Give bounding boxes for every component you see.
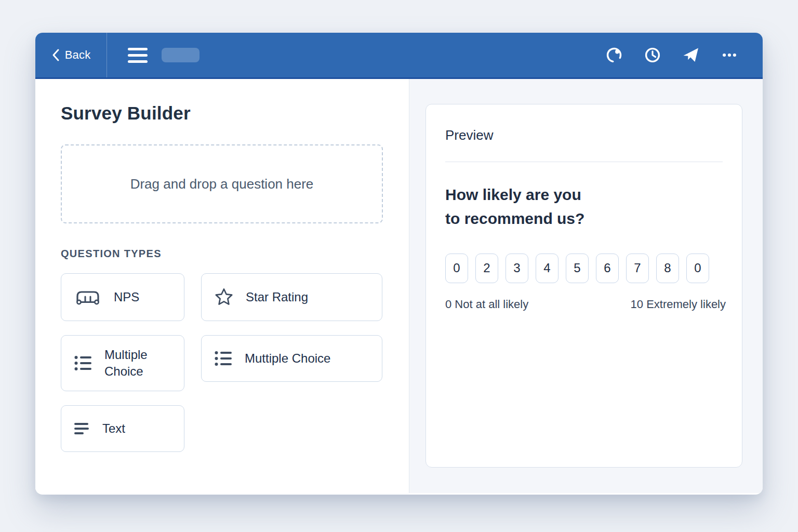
text-lines-icon bbox=[73, 421, 91, 436]
question-type-label: Text bbox=[102, 420, 125, 437]
question-type-label: Multiple Choice bbox=[104, 347, 174, 380]
question-type-label: Star Rating bbox=[246, 289, 308, 305]
question-types-heading: QUESTION TYPES bbox=[61, 248, 409, 260]
preview-card: Preview How likely are you to recommend … bbox=[425, 104, 742, 468]
preview-divider bbox=[445, 162, 723, 162]
question-type-row: NPS Star Rating bbox=[61, 273, 409, 321]
preview-heading: Preview bbox=[445, 127, 723, 143]
nps-scale-button[interactable]: 7 bbox=[626, 254, 649, 283]
app-window: Back bbox=[35, 33, 763, 495]
toolbar-divider bbox=[107, 33, 107, 77]
bullet-list-icon bbox=[214, 349, 233, 368]
nps-scale-button[interactable]: 4 bbox=[536, 254, 558, 283]
nps-scale-button[interactable]: 0 bbox=[445, 254, 468, 283]
back-button-label: Back bbox=[65, 48, 91, 62]
preview-panel: Preview How likely are you to recommend … bbox=[409, 79, 763, 493]
send-plane-icon[interactable] bbox=[682, 46, 700, 64]
bullet-list-icon bbox=[73, 353, 93, 373]
back-button[interactable]: Back bbox=[35, 33, 107, 77]
preview-question-line2: to recommend us? bbox=[445, 207, 723, 231]
dropzone-hint: Drag and drop a question here bbox=[130, 176, 314, 192]
circle-dot-icon[interactable] bbox=[605, 46, 623, 64]
preview-question-line1: How likely are you bbox=[445, 183, 723, 207]
question-type-row: Multiple Choice bbox=[61, 335, 409, 391]
nps-scale-button[interactable]: 2 bbox=[475, 254, 498, 283]
question-type-nps[interactable]: NPS bbox=[61, 273, 184, 321]
preview-question: How likely are you to recommend us? bbox=[445, 183, 723, 231]
nps-gauge-icon bbox=[73, 288, 102, 307]
nps-scale-button[interactable]: 6 bbox=[596, 254, 619, 283]
nps-scale-button[interactable]: 0 bbox=[686, 254, 709, 283]
nps-min-label: 0 Not at all likely bbox=[445, 298, 528, 311]
nps-scale: 0 2 3 4 5 6 7 8 0 bbox=[445, 254, 723, 283]
toolbar-actions bbox=[605, 46, 763, 64]
chevron-left-icon bbox=[51, 48, 60, 62]
nps-scale-button[interactable]: 3 bbox=[506, 254, 528, 283]
question-type-multiple-choice[interactable]: Multiple Choice bbox=[61, 335, 184, 391]
builder-panel: Survey Builder Drag and drop a question … bbox=[35, 79, 409, 493]
hamburger-menu-icon[interactable] bbox=[128, 48, 148, 63]
question-type-list: NPS Star Rating bbox=[61, 273, 409, 452]
question-type-row: Text bbox=[61, 405, 409, 452]
star-outline-icon bbox=[214, 287, 234, 308]
question-type-label: NPS bbox=[114, 289, 139, 305]
nps-scale-button[interactable]: 5 bbox=[566, 254, 589, 283]
ellipsis-icon[interactable] bbox=[720, 46, 739, 64]
top-toolbar: Back bbox=[35, 33, 763, 79]
nps-scale-button[interactable]: 8 bbox=[656, 254, 679, 283]
nps-max-label: 10 Extremely likely bbox=[631, 298, 726, 311]
title-placeholder-pill bbox=[162, 48, 200, 62]
question-type-label: Muttiple Choice bbox=[245, 350, 330, 367]
question-type-muttiple-choice[interactable]: Muttiple Choice bbox=[201, 335, 382, 382]
question-type-star-rating[interactable]: Star Rating bbox=[201, 273, 382, 321]
nps-scale-labels: 0 Not at all likely 10 Extremely likely bbox=[445, 298, 726, 311]
question-dropzone[interactable]: Drag and drop a question here bbox=[61, 144, 383, 223]
clock-icon[interactable] bbox=[643, 46, 662, 64]
question-type-text[interactable]: Text bbox=[61, 405, 184, 452]
page-title: Survey Builder bbox=[61, 103, 409, 124]
main-content: Survey Builder Drag and drop a question … bbox=[35, 79, 763, 493]
